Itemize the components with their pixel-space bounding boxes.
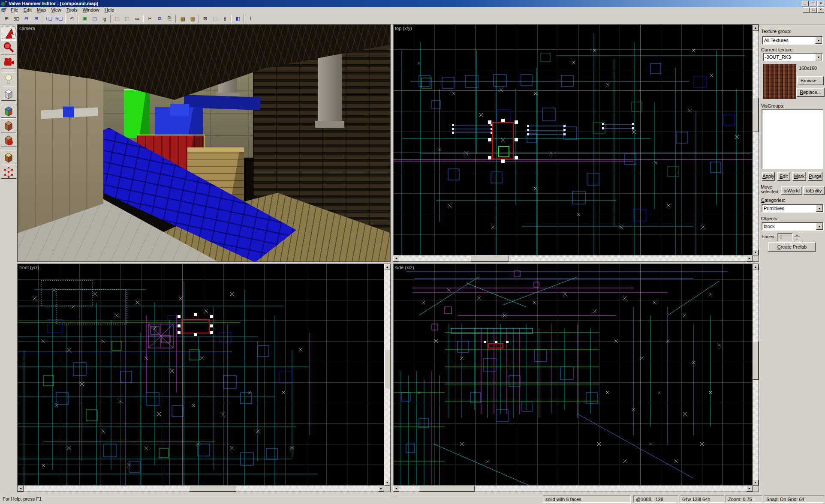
hide-selected-icon[interactable]: ⬚ (112, 14, 122, 24)
paste-icon[interactable]: ⎘ (165, 14, 175, 24)
deselect-icon[interactable]: ⬚ (210, 14, 220, 24)
chevron-down-icon[interactable]: ▼ (816, 205, 823, 212)
hide-unselected-icon[interactable]: ⬚ (122, 14, 132, 24)
toolbar-button[interactable] (230, 15, 233, 23)
cut-icon[interactable]: ✂ (145, 14, 155, 24)
magnify-tool[interactable] (1, 40, 16, 54)
scroll-left-button[interactable]: ◄ (393, 486, 399, 492)
split-views-icon[interactable]: ◧ (233, 14, 243, 24)
front-vertical-scrollbar[interactable]: ▲ ▼ (384, 264, 390, 486)
top-viewport[interactable]: ▲ ▼ ◄ ► top (x/y) (393, 24, 759, 262)
objects-combobox[interactable]: block ▼ (762, 222, 824, 231)
apply-button[interactable]: Apply (762, 172, 775, 181)
toolbar-button[interactable] (64, 15, 67, 23)
faces-field[interactable]: 0 (777, 233, 793, 241)
ungroup-icon[interactable]: ▢ (90, 14, 99, 24)
side-horizontal-scrollbar[interactable]: ◄ ► (393, 486, 753, 492)
toggle-texture-tool[interactable] (1, 104, 16, 118)
current-texture-combobox[interactable]: -3OUT_RK3 ▼ (763, 53, 823, 61)
mdi-close-button[interactable]: ✕ (817, 7, 824, 13)
scroll-down-button[interactable]: ▼ (753, 249, 759, 255)
front-viewport[interactable]: ▲ ▼ ◄ ► front (y/z) (17, 264, 391, 492)
chevron-down-icon[interactable]: ▼ (815, 37, 822, 44)
menu-item[interactable]: Tools (64, 7, 80, 13)
toolbar-button[interactable] (41, 15, 44, 23)
top-vertical-scrollbar[interactable]: ▲ ▼ (753, 25, 759, 255)
scrollbar-thumb[interactable] (470, 255, 509, 261)
scroll-left-button[interactable]: ◄ (393, 255, 399, 261)
scrollbar-thumb[interactable] (419, 486, 475, 492)
maximize-button[interactable]: □ (810, 1, 816, 6)
spin-down-icon[interactable]: ▼ (794, 237, 800, 241)
clipping-tool[interactable] (1, 150, 16, 164)
menu-item[interactable]: Help (102, 7, 117, 13)
toolbar-button[interactable] (109, 15, 112, 23)
menu-item[interactable]: Map (34, 7, 48, 13)
entity-tool[interactable] (1, 72, 16, 86)
load-window-state-icon[interactable]: L❑ (44, 14, 54, 24)
mdi-restore-button[interactable]: □ (810, 7, 817, 13)
top-horizontal-scrollbar[interactable]: ◄ ► (393, 255, 753, 261)
toolbar-button[interactable] (243, 15, 246, 23)
visgroups-listbox[interactable] (762, 109, 823, 169)
toolbar-button[interactable] (77, 15, 80, 23)
mdi-minimize-button[interactable]: _ (803, 7, 810, 13)
purge-button[interactable]: Purge (808, 172, 822, 181)
toolbar-button[interactable] (175, 15, 178, 23)
menu-item[interactable]: File (8, 7, 21, 13)
menu-item[interactable]: View (48, 7, 64, 13)
larger-grid-icon[interactable]: ⊞ (31, 14, 41, 24)
save-window-state-icon[interactable]: S❑ (54, 14, 64, 24)
make-hollow-icon[interactable]: ▥ (187, 14, 197, 24)
scroll-up-button[interactable]: ▲ (753, 264, 759, 270)
chevron-down-icon[interactable]: ▼ (816, 223, 823, 230)
scrollbar-thumb[interactable] (753, 98, 759, 132)
toolbar-button[interactable] (142, 15, 145, 23)
edit-button[interactable]: Edit (777, 172, 790, 181)
to-world-button[interactable]: toWorld (781, 186, 802, 195)
mark-button[interactable]: Mark (792, 172, 806, 181)
scroll-down-button[interactable]: ▼ (384, 480, 390, 486)
scroll-down-button[interactable]: ▼ (753, 480, 759, 486)
side-vertical-scrollbar[interactable]: ▲ ▼ (753, 264, 759, 486)
create-prefab-button[interactable]: Create Prefab (768, 242, 816, 252)
scrollbar-thumb[interactable] (384, 350, 390, 388)
copy-icon[interactable]: ⧉ (155, 14, 165, 24)
close-button[interactable]: ✕ (817, 1, 824, 6)
show-hidden-icon[interactable]: ▭ (132, 14, 142, 24)
chevron-down-icon[interactable]: ▼ (815, 54, 822, 60)
undo-icon[interactable]: ↶ (67, 14, 77, 24)
scroll-right-button[interactable]: ► (747, 255, 753, 261)
toolbar-button[interactable] (197, 15, 200, 23)
menu-item[interactable]: Window (80, 7, 102, 13)
texture-lock-icon[interactable]: tl (220, 14, 230, 24)
block-tool[interactable] (1, 87, 16, 101)
scroll-up-button[interactable]: ▲ (753, 25, 759, 31)
scroll-right-button[interactable]: ► (378, 486, 384, 492)
texture-group-combobox[interactable]: All Textures ▼ (762, 36, 823, 45)
minimize-button[interactable]: _ (802, 1, 809, 6)
smaller-grid-icon[interactable]: ⊟ (21, 14, 31, 24)
categories-combobox[interactable]: Primitives ▼ (762, 204, 824, 213)
scroll-up-button[interactable]: ▲ (384, 264, 390, 270)
front-horizontal-scrollbar[interactable]: ◄ ► (18, 486, 384, 492)
spin-up-icon[interactable]: ▲ (794, 233, 800, 237)
carve-icon[interactable]: ▨ (178, 14, 187, 24)
camera-viewport[interactable]: camera (17, 24, 391, 262)
faces-spinner[interactable]: ▲ ▼ (794, 233, 800, 241)
group-icon[interactable]: ▣ (80, 14, 90, 24)
apply-decals-tool[interactable] (1, 133, 16, 147)
cordon-icon[interactable]: ⌇ (246, 14, 256, 24)
replace-button[interactable]: Replace... (796, 88, 825, 97)
toggle-grid-icon[interactable]: ⊞ (2, 14, 12, 24)
select-box-icon[interactable]: ⊠ (200, 14, 210, 24)
toggle-3d-grid-icon[interactable]: 3D (12, 14, 21, 24)
apply-texture-tool[interactable] (1, 118, 16, 132)
scrollbar-thumb[interactable] (753, 341, 759, 380)
ignore-groups-icon[interactable]: ig (99, 14, 109, 24)
vertex-tool[interactable] (1, 165, 16, 179)
camera-tool[interactable] (1, 55, 16, 69)
to-entity-button[interactable]: toEntity (803, 186, 825, 195)
side-viewport[interactable]: ▲ ▼ ◄ ► side (x/z) (393, 264, 759, 492)
scroll-left-button[interactable]: ◄ (18, 486, 24, 492)
